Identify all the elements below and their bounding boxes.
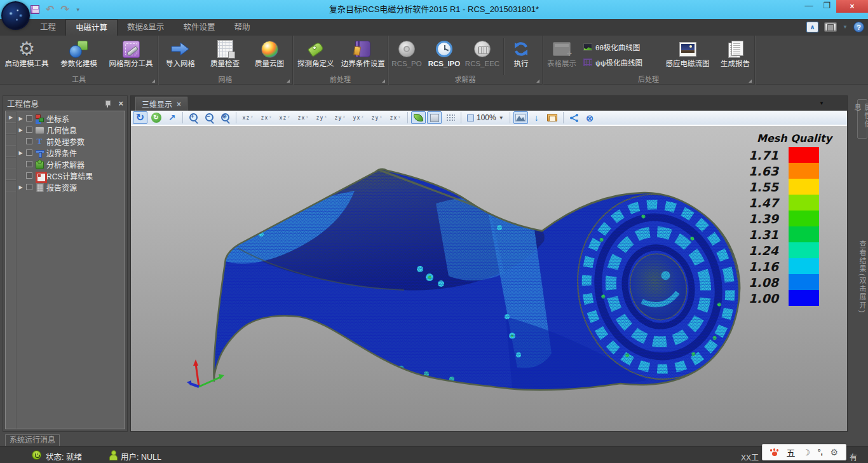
tree-item-report-resources[interactable]: ▶ 报告资源 xyxy=(17,181,125,193)
view-right-button[interactable]: zxʸ xyxy=(295,111,312,124)
tree-item-boundary[interactable]: ▶ 边界条件 xyxy=(17,147,125,158)
zoom-out-button[interactable]: − xyxy=(202,111,217,124)
checkbox[interactable] xyxy=(26,184,32,190)
tab-close-icon[interactable]: × xyxy=(177,100,181,109)
expand-arrow-icon[interactable]: ▶ xyxy=(18,127,24,133)
ribbon-tab-data-display[interactable]: 数据&显示 xyxy=(118,19,173,36)
tab-view-results[interactable]: 查看结果(双击展开) xyxy=(857,233,867,322)
ime-toolbar[interactable]: 五 ☽ °, ⚙ xyxy=(762,444,846,460)
view-iso-2-button[interactable]: zyˣ xyxy=(369,111,386,124)
export-down-button[interactable]: ↓ xyxy=(529,111,544,124)
tree-item-geometry[interactable]: ▶ 几何信息 xyxy=(17,124,125,135)
view-top-button[interactable]: zyˣ xyxy=(313,111,330,124)
collapse-ribbon-button[interactable]: ∧ xyxy=(806,22,818,32)
tree-item-coordinates[interactable]: ▶ 坐标系 xyxy=(17,113,125,124)
legend-swatch xyxy=(789,195,819,211)
checkbox[interactable] xyxy=(26,149,32,156)
system-message-tab[interactable]: 系统运行消息 xyxy=(5,434,60,446)
restore-button[interactable]: ❐ xyxy=(820,0,834,13)
ime-settings-gear-icon[interactable]: ⚙ xyxy=(831,447,839,457)
launch-modeling-tool-button[interactable]: ⚙ 启动建模工具 xyxy=(0,37,53,75)
group-launcher-icon[interactable] xyxy=(536,79,539,83)
minimize-button[interactable]: — xyxy=(802,0,816,13)
app-logo[interactable] xyxy=(1,1,30,30)
group-launcher-icon[interactable] xyxy=(152,79,155,83)
table-display-button[interactable]: 表格展示 xyxy=(543,37,581,75)
boundary-condition-button[interactable]: 边界条件设置 xyxy=(339,37,388,75)
tree-item-solver[interactable]: 分析求解器 xyxy=(17,158,125,170)
refresh-view-button[interactable]: ↻ xyxy=(149,111,163,124)
snapshot-button[interactable] xyxy=(545,111,560,124)
quality-check-button[interactable]: 质量检查 xyxy=(203,37,247,75)
ribbon-tab-em-compute[interactable]: 电磁计算 xyxy=(65,19,118,36)
display-style-icon[interactable] xyxy=(824,22,837,32)
ime-brand-paw-icon[interactable] xyxy=(770,448,779,457)
share-flow-button[interactable] xyxy=(567,111,581,124)
surface-mode-button[interactable] xyxy=(427,111,442,124)
zoom-caret-icon[interactable]: ▼ xyxy=(499,115,504,121)
undo-icon[interactable]: ↶ xyxy=(46,4,54,15)
checkbox[interactable] xyxy=(26,127,32,133)
view-front-button[interactable]: xzʸ xyxy=(240,111,257,124)
tab-3d-display[interactable]: 三维显示 × xyxy=(135,97,187,111)
group-launcher-icon[interactable] xyxy=(287,79,290,83)
expand-arrow-icon[interactable]: ▶ xyxy=(18,116,24,121)
checkbox[interactable] xyxy=(26,138,32,144)
parametric-modeling-button[interactable]: 参数化建模 xyxy=(53,37,104,75)
view-left-button[interactable]: xzʸ xyxy=(276,111,294,124)
zoom-fit-button[interactable]: ⊕ xyxy=(218,111,233,124)
clear-view-button[interactable]: ⊗ xyxy=(583,111,597,124)
rcs-eec-button[interactable]: RCS_EEC xyxy=(463,37,501,75)
background-mode-button[interactable] xyxy=(513,111,528,124)
tab-property-info[interactable]: 属性信息 xyxy=(857,99,867,139)
theta-polar-curve-button[interactable]: θθ极化曲线图 xyxy=(581,39,662,55)
tree-item-rcs-results[interactable]: RCS计算结果 xyxy=(17,170,125,181)
ime-mode-indicator[interactable]: 五 xyxy=(787,446,796,459)
tab-list-caret-icon[interactable]: ▼ xyxy=(819,100,824,106)
rail-arrow-icon[interactable]: ▶ xyxy=(6,111,16,123)
expand-arrow-icon[interactable]: ▶ xyxy=(18,150,24,156)
view-back-button[interactable]: zxʸ xyxy=(258,111,275,124)
ribbon-tab-settings[interactable]: 软件设置 xyxy=(173,19,224,36)
checkbox[interactable] xyxy=(26,161,32,167)
circle-close-icon: ⊗ xyxy=(586,113,594,123)
ribbon-tab-help[interactable]: 帮助 xyxy=(224,19,259,36)
panel-close-icon[interactable]: × xyxy=(118,100,123,107)
redo-icon[interactable]: ↷ xyxy=(60,4,69,15)
display-style-caret-icon[interactable]: ▼ xyxy=(843,24,848,30)
group-launcher-icon[interactable] xyxy=(382,79,385,83)
tree-item-preprocess-params[interactable]: T 前处理参数 xyxy=(17,135,125,147)
quick-access-caret-icon[interactable]: ▼ xyxy=(76,7,81,13)
rcs-ipo-button[interactable]: RCS_IPO xyxy=(425,37,463,75)
help-button[interactable]: ? xyxy=(853,22,864,32)
save-icon[interactable] xyxy=(31,5,39,14)
ribbon-tab-project[interactable]: 工程 xyxy=(31,19,65,36)
generate-report-button[interactable]: 生成报告 xyxy=(717,37,753,75)
induced-current-map-button[interactable]: 感应电磁流图 xyxy=(662,37,713,75)
detect-angle-button[interactable]: 探测角定义 xyxy=(293,37,339,75)
3d-canvas[interactable]: Mesh Quality 1.71 1.63 1.55 1.47 1.39 1.… xyxy=(131,126,847,431)
zoom-in-button[interactable]: + xyxy=(186,111,201,124)
checkbox[interactable] xyxy=(26,115,32,121)
zoom-level-control[interactable]: 100% ▼ xyxy=(465,111,506,124)
import-mesh-button[interactable]: 导入网格 xyxy=(158,37,203,75)
execute-button[interactable]: 执行 xyxy=(506,37,536,75)
pan-zoom-button[interactable]: ↗ xyxy=(165,111,179,124)
orbit-rotate-button[interactable]: ↻ xyxy=(133,111,147,124)
expand-arrow-icon[interactable]: ▶ xyxy=(18,184,24,190)
quality-cloudmap-button[interactable]: 质量云图 xyxy=(247,37,292,75)
shaded-mode-button[interactable] xyxy=(411,111,426,124)
mesh-partition-tool-button[interactable]: 网格剖分工具 xyxy=(104,37,158,75)
group-launcher-icon[interactable] xyxy=(749,79,752,83)
moon-icon[interactable]: ☽ xyxy=(803,448,810,457)
view-bottom-button[interactable]: zyˣ xyxy=(332,111,349,124)
view-iso-1-button[interactable]: yxᶻ xyxy=(350,111,367,124)
close-button[interactable]: × xyxy=(836,0,868,13)
pin-icon[interactable] xyxy=(104,100,111,107)
view-iso-3-button[interactable]: zxʸ xyxy=(387,111,404,124)
ime-punctuation-toggle[interactable]: °, xyxy=(818,448,823,457)
rcs-po-button[interactable]: RCS_PO xyxy=(388,37,425,75)
checkbox[interactable] xyxy=(26,172,32,179)
points-mode-button[interactable] xyxy=(443,111,458,124)
psi-polar-curve-button[interactable]: ψψ极化曲线图 xyxy=(581,55,662,70)
